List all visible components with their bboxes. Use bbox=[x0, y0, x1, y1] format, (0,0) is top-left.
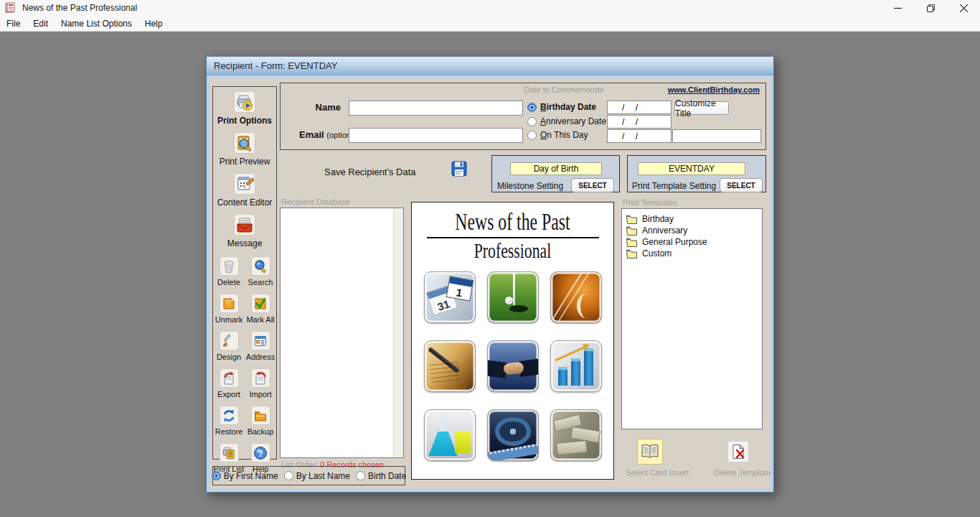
anniversary-date-radio[interactable] bbox=[527, 117, 537, 126]
name-input[interactable] bbox=[349, 101, 523, 116]
menu-help[interactable]: Help bbox=[138, 17, 169, 31]
search-button[interactable]: Search bbox=[245, 256, 276, 294]
customize-title-button[interactable]: Customize Title bbox=[674, 101, 729, 115]
template-item-label: Anniversary bbox=[642, 225, 687, 236]
anniversary-date-option[interactable]: Anniversary Date bbox=[527, 116, 606, 126]
birthday-date-input[interactable] bbox=[607, 101, 672, 114]
sort-by-last-name-option[interactable]: By Last Name bbox=[284, 471, 350, 481]
anniversary-date-label: Anniversary Date bbox=[540, 116, 606, 126]
recipient-list-scrollbar[interactable] bbox=[393, 208, 403, 457]
sort-by-birth-date-option[interactable]: Birth Date bbox=[356, 471, 406, 481]
print-templates-label: Print Templates bbox=[623, 198, 677, 207]
sort-birth-date-radio[interactable] bbox=[356, 471, 365, 480]
clientbirthday-link[interactable]: www.ClientBirthday.com bbox=[668, 85, 760, 94]
date-group-label: Date to Commemorate bbox=[510, 85, 618, 94]
menu-name-list-options[interactable]: Name List Options bbox=[55, 17, 138, 31]
trash-icon bbox=[220, 256, 239, 276]
lab-flasks-thumbnail[interactable] bbox=[424, 409, 476, 461]
minimize-button[interactable] bbox=[881, 0, 914, 16]
print-options-button[interactable]: Print Options bbox=[217, 91, 272, 126]
print-templates-list[interactable]: Birthday Anniversary General Purpose Cus… bbox=[621, 208, 763, 429]
delete-label: Delete bbox=[217, 278, 240, 287]
theme-thumbnail-grid: 31 1 bbox=[412, 271, 613, 461]
print-list-icon bbox=[220, 443, 239, 462]
print-options-label: Print Options bbox=[217, 116, 272, 126]
restore-label: Restore bbox=[215, 427, 243, 436]
masthead-title: News of the Past bbox=[440, 210, 585, 235]
film-reel-thumbnail[interactable] bbox=[487, 409, 539, 461]
dialog-titlebar[interactable]: Recipient - Form: EVENTDAY bbox=[207, 57, 773, 75]
anniversary-date-input[interactable] bbox=[607, 115, 672, 129]
message-label: Message bbox=[227, 238, 263, 248]
restore-icon bbox=[927, 4, 935, 12]
search-icon bbox=[251, 256, 270, 276]
birthday-date-option[interactable]: Birthday Date bbox=[527, 102, 596, 112]
delete-button[interactable]: Delete bbox=[213, 256, 245, 294]
unmark-button[interactable]: Unmark bbox=[213, 294, 245, 331]
os-titlebar: News of the Past Professional bbox=[0, 0, 980, 16]
design-button[interactable]: Design bbox=[213, 331, 245, 368]
template-item-birthday[interactable]: Birthday bbox=[626, 213, 762, 225]
bar-chart-thumbnail[interactable] bbox=[550, 340, 602, 392]
on-this-day-radio[interactable] bbox=[527, 131, 537, 140]
export-button[interactable]: Export bbox=[213, 368, 245, 406]
template-item-label: Custom bbox=[642, 248, 672, 258]
print-template-select-button[interactable]: SELECT bbox=[720, 178, 763, 192]
email-input[interactable] bbox=[349, 128, 523, 143]
print-preview-icon bbox=[234, 132, 255, 154]
minimize-icon bbox=[894, 4, 902, 12]
pen-letter-thumbnail[interactable] bbox=[424, 340, 476, 392]
calendar-thumbnail[interactable]: 31 1 bbox=[424, 271, 476, 323]
export-page-icon bbox=[220, 368, 239, 388]
sidebar-small-buttons: Delete Search bbox=[213, 256, 276, 480]
sort-by-first-name-option[interactable]: By First Name bbox=[212, 471, 278, 481]
violin-thumbnail[interactable] bbox=[550, 271, 602, 323]
maximize-button[interactable] bbox=[914, 0, 947, 16]
address-label: Address bbox=[246, 353, 275, 361]
select-card-insert-button[interactable] bbox=[637, 439, 663, 465]
import-button[interactable]: Import bbox=[245, 368, 276, 406]
mark-all-button[interactable]: Mark All bbox=[245, 294, 276, 331]
print-preview-button[interactable]: Print Preview bbox=[220, 132, 270, 167]
sort-first-name-radio[interactable] bbox=[212, 471, 221, 480]
on-this-day-title-input[interactable] bbox=[672, 129, 761, 143]
template-item-label: Birthday bbox=[642, 214, 674, 224]
print-template-setting-panel: EVENTDAY Print Template Setting SELECT bbox=[627, 155, 766, 192]
milestone-setting-panel: Day of Birth Milestone Setting SELECT bbox=[491, 155, 620, 192]
message-button[interactable]: Message bbox=[227, 214, 263, 248]
money-thumbnail[interactable] bbox=[550, 409, 602, 461]
backup-button[interactable]: Backup bbox=[245, 406, 276, 443]
template-item-anniversary[interactable]: Anniversary bbox=[626, 225, 762, 236]
close-button[interactable] bbox=[947, 0, 980, 16]
folder-icon bbox=[626, 238, 637, 247]
address-button[interactable]: Address bbox=[245, 331, 276, 368]
handshake-thumbnail[interactable] bbox=[487, 340, 539, 392]
save-recipient-label: Save Recipient's Data bbox=[324, 167, 416, 177]
delete-template-button[interactable] bbox=[727, 441, 749, 462]
message-envelope-icon bbox=[234, 214, 255, 236]
backup-label: Backup bbox=[248, 427, 274, 436]
template-preview-panel: News of the Past Professional 31 1 bbox=[411, 202, 614, 480]
birthday-date-radio[interactable] bbox=[527, 103, 537, 112]
milestone-setting-label: Milestone Setting bbox=[497, 181, 563, 191]
print-preview-label: Print Preview bbox=[220, 157, 270, 167]
menu-file[interactable]: File bbox=[0, 17, 27, 31]
milestone-select-button[interactable]: SELECT bbox=[571, 178, 614, 192]
menu-edit[interactable]: Edit bbox=[27, 17, 55, 31]
recipient-database-list[interactable] bbox=[280, 208, 404, 458]
address-card-icon bbox=[251, 331, 270, 350]
restore-button[interactable]: Restore bbox=[213, 406, 245, 443]
golf-thumbnail[interactable] bbox=[487, 271, 539, 323]
template-item-custom[interactable]: Custom bbox=[626, 248, 762, 259]
content-editor-button[interactable]: Content Editor bbox=[217, 173, 273, 208]
sort-last-name-radio[interactable] bbox=[284, 471, 293, 480]
calendar-day-1: 1 bbox=[446, 276, 473, 301]
on-this-day-input[interactable] bbox=[607, 129, 672, 143]
on-this-day-option[interactable]: On This Day bbox=[527, 130, 588, 140]
save-recipient-button[interactable] bbox=[449, 159, 469, 179]
print-template-setting-label: Print Template Setting bbox=[632, 181, 716, 191]
template-item-general-purpose[interactable]: General Purpose bbox=[626, 236, 762, 248]
printer-options-icon bbox=[234, 91, 255, 113]
folder-icon bbox=[626, 249, 637, 258]
floppy-disk-icon bbox=[450, 159, 468, 178]
